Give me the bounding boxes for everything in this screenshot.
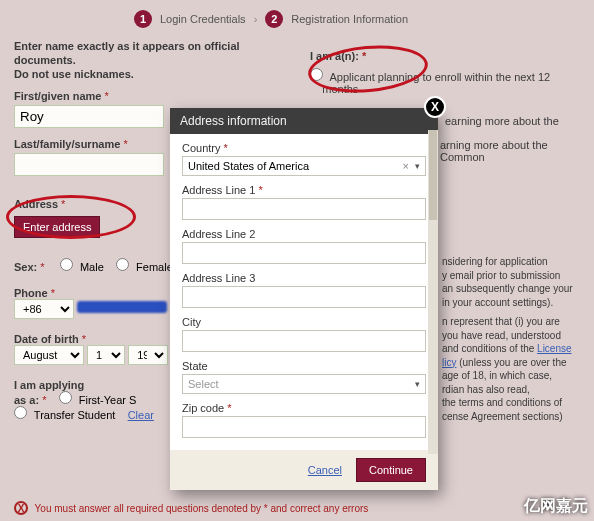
error-icon: X [14, 501, 28, 515]
cancel-button[interactable]: Cancel [308, 464, 342, 476]
step-arrow-icon: › [254, 13, 258, 25]
addr1-label: Address Line 1 [182, 184, 255, 196]
dob-label: Date of birth [14, 333, 79, 345]
dob-day-select[interactable]: 1 [87, 345, 125, 365]
step-indicator: 1 Login Credentials › 2 Registration Inf… [134, 10, 580, 28]
address-modal: Address information X Country * United S… [170, 108, 438, 490]
addr1-input[interactable] [182, 198, 426, 220]
applying-label-2: as a: [14, 394, 39, 406]
addr2-input[interactable] [182, 242, 426, 264]
license-link[interactable]: License [537, 343, 571, 354]
error-text: You must answer all required questions d… [35, 503, 369, 514]
transfer-label: Transfer Student [34, 409, 116, 421]
phone-label: Phone [14, 287, 48, 299]
state-placeholder: Select [188, 378, 219, 390]
applicant-enroll-label: Applicant planning to enroll within the … [329, 71, 550, 83]
sex-label: Sex: [14, 261, 37, 273]
step-2-badge: 2 [265, 10, 283, 28]
required-icon: * [51, 287, 55, 299]
last-name-label: Last/family/surname [14, 138, 120, 150]
country-select[interactable]: United States of America × ▾ [182, 156, 426, 176]
modal-title: Address information [180, 114, 287, 128]
step-1-badge: 1 [134, 10, 152, 28]
clear-selection-icon[interactable]: × [403, 160, 409, 172]
dob-year-select[interactable]: 19 [128, 345, 168, 365]
opt-tail: arning more about the Common [440, 139, 548, 163]
required-icon: * [61, 198, 65, 210]
chevron-down-icon: ▾ [415, 379, 420, 389]
error-banner: X You must answer all required questions… [14, 501, 368, 515]
first-year-label: First-Year S [79, 394, 137, 406]
country-value: United States of America [188, 160, 309, 172]
modal-title-bar: Address information X [170, 108, 438, 134]
phone-country-code-select[interactable]: +86 [14, 299, 74, 319]
scroll-thumb[interactable] [429, 130, 437, 220]
chevron-down-icon: ▾ [415, 161, 420, 171]
addr2-label: Address Line 2 [182, 228, 426, 240]
required-icon: * [40, 261, 44, 273]
zip-label: Zip code [182, 402, 224, 414]
opt-tail: earning more about the [445, 115, 559, 127]
first-year-radio[interactable] [59, 391, 72, 404]
transfer-radio[interactable] [14, 406, 27, 419]
sex-male-radio[interactable] [60, 258, 73, 271]
sex-female-radio[interactable] [116, 258, 129, 271]
sex-male-label: Male [80, 261, 104, 273]
addr3-label: Address Line 3 [182, 272, 426, 284]
city-input[interactable] [182, 330, 426, 352]
state-select[interactable]: Select ▾ [182, 374, 426, 394]
applicant-enroll-radio[interactable] [310, 68, 323, 81]
watermark: 亿网嘉元 [524, 496, 588, 517]
required-icon: * [104, 90, 108, 102]
state-label: State [182, 360, 426, 372]
clear-link[interactable]: Clear [128, 409, 154, 421]
modal-scrollbar[interactable] [428, 130, 438, 454]
agreement-text: nsidering for application y email prior … [442, 255, 584, 423]
first-name-input[interactable] [14, 105, 164, 128]
step-1-label: Login Credentials [160, 13, 246, 25]
addr3-input[interactable] [182, 286, 426, 308]
i-am-a-label: I am a(n): * [310, 50, 584, 62]
sex-female-label: Female [136, 261, 173, 273]
policy-link[interactable]: licy [442, 357, 456, 368]
required-icon: * [123, 138, 127, 150]
continue-button[interactable]: Continue [356, 458, 426, 482]
address-label: Address [14, 198, 58, 210]
step-2-label: Registration Information [291, 13, 408, 25]
country-label: Country [182, 142, 221, 154]
enter-address-button[interactable]: Enter address [14, 216, 100, 238]
dob-month-select[interactable]: August [14, 345, 84, 365]
city-label: City [182, 316, 426, 328]
close-icon[interactable]: X [424, 96, 446, 118]
phone-number-redacted [77, 301, 167, 313]
last-name-input[interactable] [14, 153, 164, 176]
required-icon: * [82, 333, 86, 345]
required-icon: * [42, 394, 46, 406]
zip-input[interactable] [182, 416, 426, 438]
first-name-label: First/given name [14, 90, 101, 102]
